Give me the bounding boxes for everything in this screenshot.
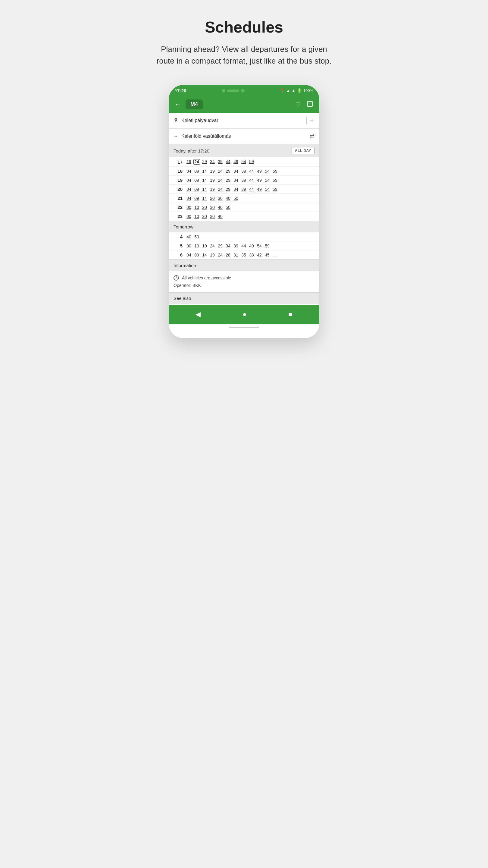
minute-item[interactable]: 54 xyxy=(264,169,270,174)
minute-item[interactable]: 54 xyxy=(264,187,270,192)
all-day-button[interactable]: ALL DAY xyxy=(292,147,315,154)
minute-item[interactable]: 49 xyxy=(256,178,263,183)
minute-item[interactable]: 09 xyxy=(193,253,200,257)
minute-item[interactable]: 59 xyxy=(248,159,255,164)
minute-item[interactable]: 54 xyxy=(264,178,270,183)
minute-item[interactable]: 40 xyxy=(186,235,192,239)
minute-item[interactable]: 49 xyxy=(233,159,239,164)
minute-item[interactable]: 10 xyxy=(193,214,200,219)
route-to[interactable]: → Kelenföld vasútállomás ⇄ xyxy=(169,129,319,144)
minute-item[interactable]: 49 xyxy=(256,187,263,192)
minute-item[interactable]: 09 xyxy=(193,196,200,201)
minute-item[interactable]: 29 xyxy=(217,244,224,248)
minute-item[interactable]: 44 xyxy=(248,169,255,174)
minute-item[interactable]: 24 xyxy=(193,159,200,164)
minute-item[interactable]: 44 xyxy=(225,159,231,164)
battery-icon: 🔋 xyxy=(297,88,302,93)
minute-item[interactable]: 14 xyxy=(201,178,208,183)
minute-item[interactable]: 29 xyxy=(225,187,231,192)
minute-item[interactable]: 19 xyxy=(186,159,192,164)
minute-item[interactable]: 19 xyxy=(209,169,216,174)
minute-item[interactable]: 50 xyxy=(225,205,231,210)
minute-item[interactable]: 09 xyxy=(193,178,200,183)
minute-item[interactable]: 24 xyxy=(217,253,224,257)
minute-item[interactable]: 04 xyxy=(186,187,192,192)
minute-item[interactable]: 04 xyxy=(186,178,192,183)
minute-item[interactable]: 45 xyxy=(264,253,270,257)
minute-item[interactable]: 04 xyxy=(186,196,192,201)
minute-item[interactable]: 50 xyxy=(233,196,239,201)
minute-item[interactable]: 39 xyxy=(240,169,247,174)
minute-item[interactable]: 29 xyxy=(225,169,231,174)
minute-item[interactable]: 34 xyxy=(233,169,239,174)
minute-item[interactable]: 49 xyxy=(256,169,263,174)
minute-item[interactable]: 20 xyxy=(201,214,208,219)
minute-item[interactable]: 14 xyxy=(201,169,208,174)
minute-item[interactable]: 14 xyxy=(201,196,208,201)
minute-item[interactable]: 10 xyxy=(193,205,200,210)
minute-item[interactable]: 44 xyxy=(240,244,247,248)
minute-item[interactable]: 39 xyxy=(217,159,224,164)
minute-item[interactable]: 30 xyxy=(209,205,216,210)
minute-item[interactable]: 04 xyxy=(186,253,192,257)
minute-item[interactable]: ... xyxy=(272,253,278,257)
minute-item[interactable]: 59 xyxy=(272,178,278,183)
minute-item[interactable]: 59 xyxy=(272,169,278,174)
minute-item[interactable]: 31 xyxy=(233,253,239,257)
minute-item[interactable]: 39 xyxy=(240,178,247,183)
minute-item[interactable]: 34 xyxy=(233,187,239,192)
minute-item[interactable]: 24 xyxy=(209,244,216,248)
swap-button[interactable]: ⇄ xyxy=(310,133,315,140)
calendar-button[interactable] xyxy=(305,99,315,110)
minute-item[interactable]: 10 xyxy=(193,244,200,248)
minute-item[interactable]: 20 xyxy=(201,205,208,210)
minute-item[interactable]: 38 xyxy=(248,253,255,257)
minute-item[interactable]: 24 xyxy=(217,187,224,192)
minute-item[interactable]: 40 xyxy=(217,214,224,219)
minute-item[interactable]: 44 xyxy=(248,178,255,183)
minute-item[interactable]: 49 xyxy=(248,244,255,248)
back-button[interactable]: ← xyxy=(173,100,182,109)
minute-item[interactable]: 30 xyxy=(209,214,216,219)
minute-item[interactable]: 39 xyxy=(233,244,239,248)
minute-item[interactable]: 09 xyxy=(193,187,200,192)
minute-item[interactable]: 59 xyxy=(264,244,270,248)
minute-item[interactable]: 00 xyxy=(186,214,192,219)
recents-nav-button[interactable]: ■ xyxy=(284,309,297,319)
minute-item[interactable]: 19 xyxy=(201,244,208,248)
minute-item[interactable]: 00 xyxy=(186,244,192,248)
minute-item[interactable]: 34 xyxy=(209,159,216,164)
minute-item[interactable]: 14 xyxy=(201,253,208,257)
minute-item[interactable]: 54 xyxy=(240,159,247,164)
minute-item[interactable]: 04 xyxy=(186,169,192,174)
minute-item[interactable]: 09 xyxy=(193,169,200,174)
minute-item[interactable]: 39 xyxy=(240,187,247,192)
minute-item[interactable]: 14 xyxy=(201,187,208,192)
hour-cell: 18 xyxy=(173,168,183,174)
minute-item[interactable]: 24 xyxy=(217,169,224,174)
minute-item[interactable]: 40 xyxy=(225,196,231,201)
minute-item[interactable]: 20 xyxy=(209,196,216,201)
minute-item[interactable]: 19 xyxy=(209,178,216,183)
minute-item[interactable]: 59 xyxy=(272,187,278,192)
minute-item[interactable]: 42 xyxy=(256,253,263,257)
minute-item[interactable]: 40 xyxy=(217,205,224,210)
minute-item[interactable]: 19 xyxy=(209,253,216,257)
minute-item[interactable]: 30 xyxy=(217,196,224,201)
minute-item[interactable]: 50 xyxy=(193,235,200,239)
minute-item[interactable]: 28 xyxy=(225,253,231,257)
back-nav-button[interactable]: ◀ xyxy=(191,309,205,319)
minute-item[interactable]: 34 xyxy=(225,244,231,248)
minute-item[interactable]: 54 xyxy=(256,244,263,248)
minute-item[interactable]: 44 xyxy=(248,187,255,192)
minute-item[interactable]: 29 xyxy=(225,178,231,183)
favorite-button[interactable]: ♡ xyxy=(294,100,302,110)
home-nav-button[interactable]: ● xyxy=(238,309,251,319)
minute-item[interactable]: 34 xyxy=(233,178,239,183)
minute-item[interactable]: 29 xyxy=(201,159,208,164)
route-from[interactable]: Keleti pályaudvar → xyxy=(169,113,319,129)
minute-item[interactable]: 24 xyxy=(217,178,224,183)
minute-item[interactable]: 35 xyxy=(240,253,247,257)
minute-item[interactable]: 00 xyxy=(186,205,192,210)
minute-item[interactable]: 19 xyxy=(209,187,216,192)
